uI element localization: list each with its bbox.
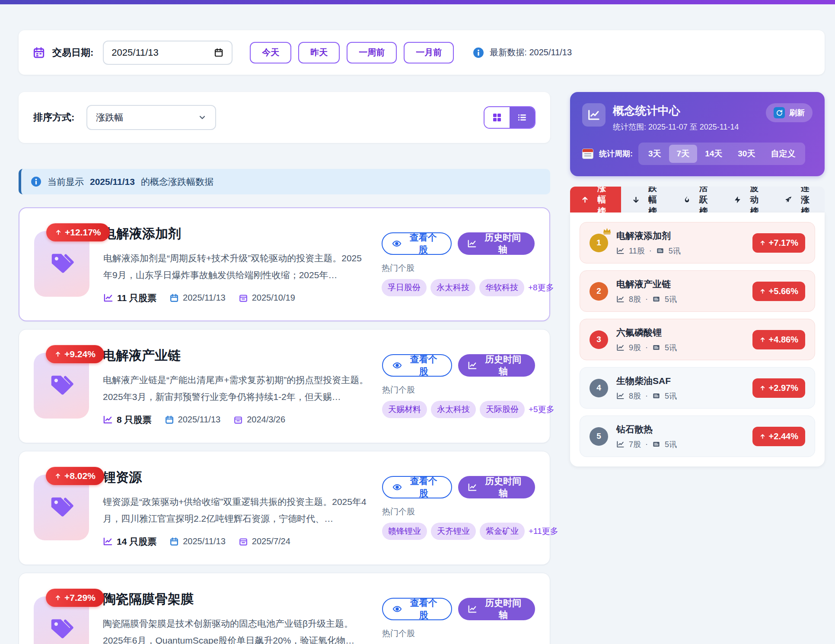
stock-chip[interactable]: 天赐材料 <box>382 401 427 418</box>
stock-chip[interactable]: 永太科技 <box>430 279 475 296</box>
latest-data-note: 最新数据: 2025/11/13 <box>473 47 572 58</box>
trade-date-input[interactable]: 2025/11/13 <box>103 41 233 65</box>
view-stocks-button[interactable]: 查看个股 <box>382 232 452 255</box>
tab-active[interactable]: 活跃榜 <box>672 187 723 213</box>
more-stocks-link[interactable]: +5更多 <box>529 404 555 415</box>
grid-view-button[interactable] <box>484 107 510 128</box>
news-icon <box>652 440 660 448</box>
rank-meta: 11股 · 5讯 <box>616 246 681 256</box>
chart-line-icon <box>616 247 625 255</box>
trade-date-value: 2025/11/13 <box>112 47 158 58</box>
tab-volatility[interactable]: 波动榜 <box>723 187 774 213</box>
period-7d-button[interactable]: 7天 <box>669 145 698 163</box>
view-stocks-button[interactable]: 查看个股 <box>382 598 452 620</box>
arrow-down-icon <box>632 196 640 204</box>
latest-data-text: 最新数据: 2025/11/13 <box>490 47 572 58</box>
rank-tabs: 涨幅榜 跌幅榜 活跃榜 波动榜 连涨榜 <box>570 187 825 213</box>
chart-line-icon <box>616 440 625 448</box>
stock-chip[interactable]: 天齐锂业 <box>431 523 476 540</box>
view-stocks-button[interactable]: 查看个股 <box>382 476 452 498</box>
chart-line-icon <box>582 103 606 127</box>
period-custom-button[interactable]: 自定义 <box>763 145 803 163</box>
eye-icon <box>392 361 402 370</box>
arrow-up-icon <box>759 288 766 295</box>
concept-tile: +8.02% <box>34 467 90 549</box>
rank-change-badge: +2.97% <box>752 378 805 398</box>
rank-item[interactable]: 2 电解液产业链 8股 · 5讯 +5.66% <box>580 270 815 312</box>
rank-change-badge: +7.17% <box>752 233 805 253</box>
period-3d-button[interactable]: 3天 <box>641 145 669 163</box>
rank-title: 电解液添加剂 <box>616 230 681 242</box>
history-timeline-button[interactable]: 历史时间轴 <box>458 598 535 620</box>
news-icon <box>652 392 660 400</box>
create-date: 2025/7/24 <box>252 536 290 546</box>
sort-select[interactable]: 涨跌幅 <box>86 105 216 130</box>
calendar-icon <box>239 537 248 546</box>
quick-date-month-ago-button[interactable]: 一月前 <box>404 42 454 63</box>
stock-chip[interactable]: 赣锋锂业 <box>382 523 427 540</box>
update-date: 2025/11/13 <box>183 293 226 303</box>
stock-chip[interactable]: 华软科技 <box>479 279 524 296</box>
concept-title: 电解液产业链 <box>103 347 369 365</box>
eye-icon <box>392 482 402 492</box>
news-icon <box>652 343 660 352</box>
concept-card: +7.29% 陶瓷隔膜骨架膜 陶瓷隔膜骨架膜是技术创新驱动的固态电池产业链β升级… <box>19 573 550 644</box>
stock-chip[interactable]: 孚日股份 <box>382 279 427 296</box>
date-picker-icon <box>214 48 224 58</box>
tab-gainers[interactable]: 涨幅榜 <box>570 187 621 213</box>
eye-icon <box>392 604 402 614</box>
rank-item[interactable]: 4 生物柴油SAF 8股 · 5讯 +2.97% <box>580 367 815 409</box>
arrow-up-icon <box>55 229 62 236</box>
rank-item[interactable]: 1 电解液添加剂 11股 · 5讯 +7.17% <box>580 222 815 263</box>
stock-chip[interactable]: 天际股份 <box>480 401 525 418</box>
chart-line-icon <box>103 293 113 303</box>
top-accent-bar <box>0 0 835 4</box>
period-group: 3天 7天 14天 30天 自定义 <box>638 143 805 165</box>
list-icon <box>517 112 527 123</box>
hot-stocks-label: 热门个股 <box>382 384 535 396</box>
hot-stocks-chips: 赣锋锂业 天齐锂业 紫金矿业 +11更多 <box>382 523 535 540</box>
period-30d-button[interactable]: 30天 <box>730 145 763 163</box>
chart-line-icon <box>103 536 113 546</box>
concept-description: 电解液产业链是“产能出清尾声+需求复苏初期”的拐点型投资主题。2025年3月，新… <box>103 371 369 405</box>
stock-chip[interactable]: 永太科技 <box>431 401 476 418</box>
calendar-icon <box>165 415 174 425</box>
concept-title: 锂资源 <box>103 469 369 486</box>
quick-date-today-button[interactable]: 今天 <box>250 42 291 63</box>
period-14d-button[interactable]: 14天 <box>697 145 730 163</box>
change-badge: +9.24% <box>46 345 104 363</box>
view-stocks-button[interactable]: 查看个股 <box>382 354 452 377</box>
news-icon <box>652 295 660 303</box>
concept-description: 陶瓷隔膜骨架膜是技术创新驱动的固态电池产业链β升级主题。2025年6月，Quan… <box>103 615 369 644</box>
rank-title: 生物柴油SAF <box>616 375 677 387</box>
hot-stocks-chips: 孚日股份 永太科技 华软科技 +8更多 <box>382 279 535 296</box>
more-stocks-link[interactable]: +11更多 <box>529 526 558 537</box>
stock-chip[interactable]: 紫金矿业 <box>480 523 525 540</box>
history-timeline-button[interactable]: 历史时间轴 <box>458 354 535 377</box>
quick-date-yesterday-button[interactable]: 昨天 <box>298 42 340 63</box>
rank-item[interactable]: 3 六氟磷酸锂 9股 · 5讯 +4.86% <box>580 319 815 360</box>
calendar-icon <box>239 293 248 303</box>
refresh-button[interactable]: 刷新 <box>766 103 813 122</box>
tab-streak[interactable]: 连涨榜 <box>774 187 825 213</box>
rank-badge: 2 <box>590 282 608 301</box>
rank-item[interactable]: 5 钻石散热 7股 · 5讯 +2.44% <box>580 416 815 457</box>
calendar-icon <box>169 537 179 546</box>
history-timeline-button[interactable]: 历史时间轴 <box>458 476 535 498</box>
chart-line-icon <box>103 415 113 425</box>
rank-meta: 7股 · 5讯 <box>616 439 677 450</box>
chart-line-icon <box>616 343 625 352</box>
more-stocks-link[interactable]: +8更多 <box>528 282 554 293</box>
history-timeline-button[interactable]: 历史时间轴 <box>458 232 535 255</box>
rank-change-badge: +4.86% <box>752 330 805 349</box>
list-view-button[interactable] <box>510 107 535 128</box>
arrow-up-icon <box>581 196 589 204</box>
banner-suffix: 的概念涨跌幅数据 <box>141 176 214 188</box>
concept-tile: +9.24% <box>34 345 90 427</box>
tab-losers[interactable]: 跌幅榜 <box>621 187 672 213</box>
rank-title: 钻石散热 <box>616 423 677 435</box>
trade-date-toolbar: 交易日期: 2025/11/13 今天 昨天 一周前 一月前 最新数据: 202… <box>19 30 825 75</box>
quick-date-week-ago-button[interactable]: 一周前 <box>347 42 397 63</box>
arrow-up-icon <box>759 385 766 391</box>
change-badge: +12.17% <box>46 223 110 241</box>
